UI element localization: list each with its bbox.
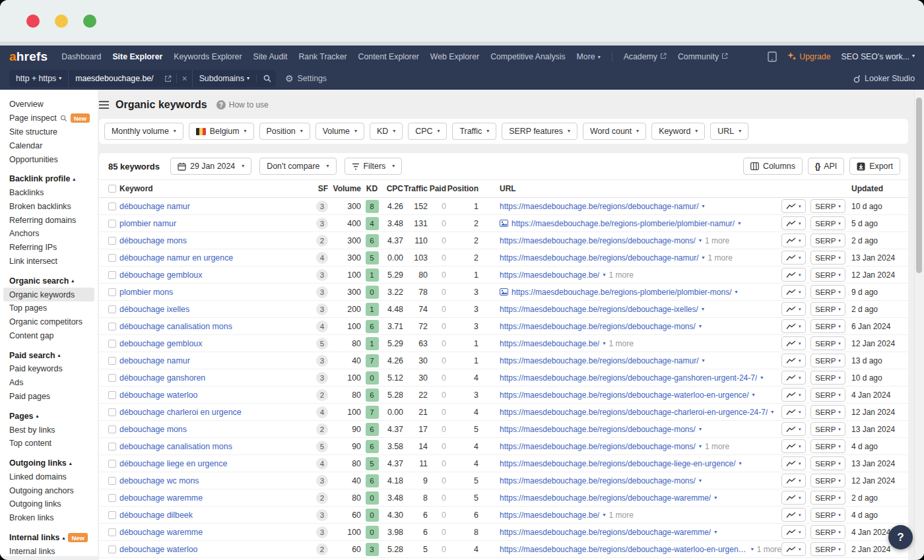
filters-button[interactable]: Filters▾ <box>345 158 403 175</box>
url-link[interactable]: https://maesdebouchage.be/regions/debouc… <box>500 476 696 485</box>
serp-features-badge[interactable]: 3 <box>316 526 328 538</box>
serp-features-badge[interactable]: 3 <box>316 372 328 384</box>
row-checkbox[interactable] <box>108 271 116 279</box>
url-link[interactable]: https://maesdebouchage.be/regions/debouc… <box>500 236 696 245</box>
serp-features-badge[interactable]: 3 <box>316 218 328 230</box>
keyword-link[interactable]: débouchage ixelles <box>119 305 189 314</box>
more-urls-link[interactable]: 1 more <box>705 442 729 451</box>
serp-features-badge[interactable]: 3 <box>316 201 328 212</box>
position-history-button[interactable]: ▾ <box>781 268 806 282</box>
keyword-link[interactable]: débouchage namur <box>119 202 190 211</box>
sidebar-item-referring-domains[interactable]: Referring domains <box>0 213 98 227</box>
serp-button[interactable]: SERP▾ <box>810 319 845 333</box>
protocol-selector[interactable]: http + https▾ <box>9 70 69 87</box>
position-history-button[interactable]: ▾ <box>781 525 806 539</box>
keyword-link[interactable]: debouchage mons <box>119 425 187 434</box>
nav-link-community[interactable]: Community <box>678 52 728 61</box>
url-dropdown-icon[interactable]: ▾ <box>751 546 754 552</box>
keyword-link[interactable]: débouchage ganshoren <box>119 373 205 383</box>
url-dropdown-icon[interactable]: ▾ <box>714 495 717 501</box>
serp-button[interactable]: SERP▾ <box>810 268 845 282</box>
url-link[interactable]: https://maesdebouchage.be/regions/debouc… <box>500 408 768 417</box>
sidebar-section-organic-search[interactable]: Organic search▴ <box>0 274 98 288</box>
export-button[interactable]: Export <box>849 158 900 175</box>
serp-features-badge[interactable]: 4 <box>316 458 328 470</box>
url-dropdown-icon[interactable]: ▾ <box>739 460 742 466</box>
keyword-link[interactable]: debouchage waterloo <box>119 545 198 554</box>
filter-pill-belgium[interactable]: Belgium▾ <box>189 123 254 140</box>
serp-features-badge[interactable]: 3 <box>316 475 328 487</box>
position-history-button[interactable]: ▾ <box>781 233 806 247</box>
serp-button[interactable]: SERP▾ <box>810 422 845 436</box>
ahrefs-logo[interactable]: ahrefs <box>9 49 48 64</box>
serp-button[interactable]: SERP▾ <box>810 439 845 453</box>
url-link[interactable]: https://maesdebouchage.be/regions/debouc… <box>500 528 711 537</box>
url-link[interactable]: https://maesdebouchage.be/regions/debouc… <box>500 425 696 434</box>
serp-button[interactable]: SERP▾ <box>810 474 845 487</box>
serp-features-badge[interactable]: 2 <box>316 389 328 401</box>
keyword-link[interactable]: débouchage waremme <box>119 528 203 537</box>
header-updated[interactable]: Updated <box>851 184 908 193</box>
serp-button[interactable]: SERP▾ <box>810 251 845 264</box>
position-history-button[interactable]: ▾ <box>781 456 806 470</box>
row-checkbox[interactable] <box>108 494 116 502</box>
serp-features-badge[interactable]: 4 <box>316 406 328 418</box>
serp-features-badge[interactable]: 3 <box>316 509 328 521</box>
sidebar-item-linked-domains[interactable]: Linked domains <box>0 470 98 484</box>
serp-features-badge[interactable]: 2 <box>316 423 328 435</box>
keyword-link[interactable]: débouchage waterloo <box>119 390 198 400</box>
sidebar-item-organic-competitors[interactable]: Organic competitors <box>0 315 98 329</box>
sidebar-item-referring-ips[interactable]: Referring IPs <box>0 241 98 255</box>
sidebar-item-content-gap[interactable]: Content gap <box>0 329 98 343</box>
serp-features-badge[interactable]: 2 <box>316 235 328 247</box>
more-urls-link[interactable]: 1 more <box>609 511 633 520</box>
position-history-button[interactable]: ▾ <box>781 199 806 213</box>
sidebar-item-top-content[interactable]: Top content <box>0 437 98 451</box>
serp-button[interactable]: SERP▾ <box>810 405 845 419</box>
help-button[interactable]: ? <box>888 525 913 549</box>
row-checkbox[interactable] <box>108 408 116 416</box>
select-all-checkbox[interactable] <box>108 185 116 193</box>
filter-pill-word-count[interactable]: Word count▾ <box>583 123 646 140</box>
sidebar-item-overview[interactable]: Overview <box>0 98 98 111</box>
keyword-link[interactable]: debouchage namur <box>119 356 190 365</box>
row-checkbox[interactable] <box>108 391 116 399</box>
position-history-button[interactable]: ▾ <box>781 302 806 316</box>
url-link[interactable]: https://maesdebouchage.be/regions/debouc… <box>500 545 748 554</box>
row-checkbox[interactable] <box>108 425 116 433</box>
sidebar-item-best-by-links[interactable]: Best by links <box>0 423 98 437</box>
url-link[interactable]: https://maesdebouchage.be/regions/debouc… <box>500 390 749 400</box>
serp-features-badge[interactable]: 2 <box>316 492 328 504</box>
date-picker-button[interactable]: 29 Jan 2024▾ <box>170 158 251 175</box>
filter-pill-url[interactable]: URL▾ <box>710 123 748 140</box>
keyword-link[interactable]: débouchage namur en urgence <box>119 253 233 263</box>
position-history-button[interactable]: ▾ <box>781 285 806 299</box>
keyword-link[interactable]: débouchage liege en urgence <box>119 459 227 468</box>
more-urls-link[interactable]: 1 more <box>609 339 633 348</box>
minimize-window-button[interactable] <box>55 15 68 28</box>
device-icon[interactable] <box>768 51 777 62</box>
sidebar-section-pages[interactable]: Pages▴ <box>0 409 98 423</box>
url-dropdown-icon[interactable]: ▾ <box>752 392 755 398</box>
url-link[interactable]: https://maesdebouchage.be/regions/debouc… <box>500 373 757 383</box>
serp-features-badge[interactable]: 5 <box>316 441 328 452</box>
header-keyword[interactable]: Keyword <box>119 184 304 193</box>
url-dropdown-icon[interactable]: ▾ <box>702 358 705 363</box>
nav-item-competitive-analysis[interactable]: Competitive Analysis <box>490 52 565 61</box>
keyword-link[interactable]: débouchage charleroi en urgence <box>119 408 242 417</box>
url-dropdown-icon[interactable]: ▾ <box>735 289 738 295</box>
serp-button[interactable]: SERP▾ <box>810 388 845 402</box>
url-dropdown-icon[interactable]: ▾ <box>771 409 774 415</box>
sidebar-item-paid-keywords[interactable]: Paid keywords <box>0 362 98 376</box>
sidebar-section-outgoing-links[interactable]: Outgoing links▴ <box>0 456 98 470</box>
url-dropdown-icon[interactable]: ▾ <box>702 255 705 261</box>
row-checkbox[interactable] <box>108 220 116 228</box>
url-dropdown-icon[interactable]: ▾ <box>699 323 702 329</box>
target-domain-input[interactable]: maesdebouchage.be/ <box>69 74 160 83</box>
keyword-link[interactable]: débouchage dilbeek <box>119 511 193 520</box>
serp-button[interactable]: SERP▾ <box>810 216 845 230</box>
row-checkbox[interactable] <box>108 443 116 451</box>
sidebar-item-calendar[interactable]: Calendar <box>0 139 98 152</box>
api-button[interactable]: {} API <box>808 158 844 175</box>
url-link[interactable]: https://maesdebouchage.be/ <box>500 511 599 520</box>
